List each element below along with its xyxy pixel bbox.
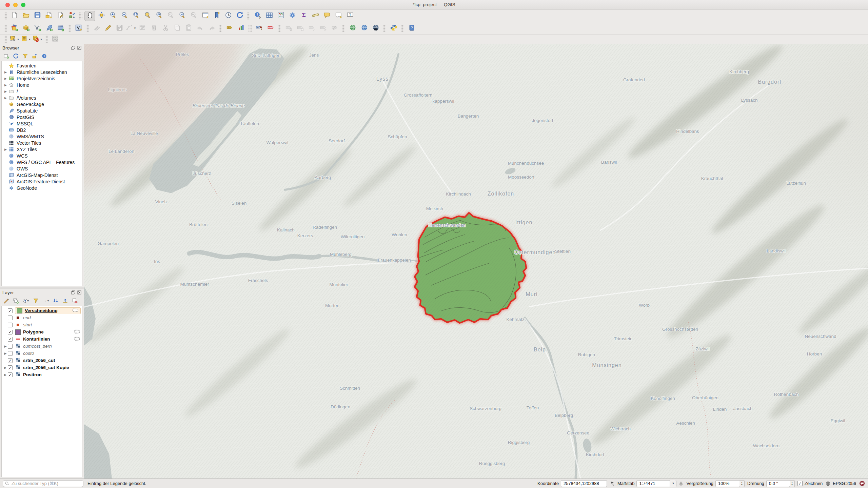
zoom-next-button[interactable] — [188, 11, 199, 21]
expand-arrow-icon[interactable]: ▶ — [3, 90, 8, 93]
browser-item-favoriten[interactable]: Favoriten — [2, 62, 82, 69]
add-group-button[interactable] — [13, 298, 19, 304]
expand-all-button[interactable] — [53, 298, 59, 304]
python-console-button[interactable] — [388, 23, 399, 34]
redo-button[interactable] — [206, 23, 217, 34]
new-annotation-button[interactable] — [333, 11, 344, 21]
layer-visibility-checkbox[interactable] — [8, 323, 13, 327]
zoom-to-selection-button[interactable] — [142, 11, 153, 21]
toolbar-grip[interactable] — [68, 25, 71, 32]
field-calculator-button[interactable] — [275, 11, 286, 21]
processing-toolbox-button[interactable] — [287, 11, 298, 21]
pan-to-selection-button[interactable] — [96, 11, 107, 21]
browser-item-geonode[interactable]: GeoNode — [2, 185, 82, 191]
layer-item-positron[interactable]: ▶✓Positron — [2, 371, 82, 378]
toolbar-grip[interactable] — [247, 12, 250, 20]
layer-item-srtm-2056-cut-kopie[interactable]: ▶✓srtm_2056_cut Kopie — [2, 364, 82, 371]
browser-item-geopackage[interactable]: GeoPackage — [2, 101, 82, 107]
layer-labeling-button[interactable]: abc — [224, 23, 235, 34]
browser-item-wcs[interactable]: WCS — [2, 152, 82, 159]
layer-symbol-raster[interactable] — [15, 371, 21, 378]
browser-float-icon[interactable] — [71, 46, 75, 50]
layer-item-verschneidung[interactable]: ✓Verschneidung — [2, 307, 82, 314]
messages-icon[interactable] — [859, 480, 865, 487]
raster-preview-button[interactable] — [50, 34, 61, 44]
expand-arrow-icon[interactable]: ▶ — [3, 148, 8, 151]
toolbar-grip[interactable] — [4, 12, 7, 20]
refresh-browser-button[interactable] — [13, 53, 19, 59]
browser-item-arcgis-map-dienst[interactable]: ArcGIS-Map-Dienst — [2, 172, 82, 178]
new-geopackage-layer-button[interactable] — [20, 23, 31, 34]
layer-item-polygone[interactable]: ✓Polygone — [2, 328, 82, 336]
filter-legend-button[interactable] — [33, 298, 39, 304]
zoom-in-button[interactable] — [107, 11, 118, 21]
toolbar-grip[interactable] — [249, 25, 252, 32]
memory-layer-indicator-icon[interactable] — [72, 308, 79, 314]
measure-line-button[interactable] — [310, 11, 321, 21]
save-project-button[interactable] — [32, 11, 43, 21]
help-button[interactable]: ? — [406, 23, 417, 34]
remove-layer-button[interactable] — [72, 298, 78, 304]
layer-float-icon[interactable] — [71, 290, 75, 295]
layer-visibility-checkbox[interactable] — [8, 316, 13, 320]
scale-combo[interactable]: 1:74471▼ — [636, 480, 676, 487]
browser-item-xyz-tiles[interactable]: ▶XYZ Tiles — [2, 146, 82, 152]
locator-search[interactable] — [3, 480, 83, 487]
layer-symbol-point[interactable] — [17, 317, 19, 319]
style-manager-button[interactable]: a — [66, 11, 77, 21]
browser-item-mssql[interactable]: MSSQL — [2, 120, 82, 127]
magnifier-field[interactable]: 100% — [715, 480, 740, 487]
expand-arrow-icon[interactable]: ▶ — [3, 345, 8, 348]
digitize-button[interactable]: ▼ — [125, 23, 136, 34]
layer-visibility-checkbox[interactable] — [8, 344, 13, 349]
layer-item-start[interactable]: start — [2, 321, 82, 328]
layer-symbol-fill[interactable] — [17, 308, 22, 313]
layer-symbol-fill[interactable] — [15, 329, 21, 335]
map-canvas[interactable]: PrêlesSutz-LattrigenJensLignièresBielers… — [84, 44, 868, 479]
mouse-position-icon[interactable] — [609, 481, 615, 486]
layer-symbol-raster[interactable] — [15, 343, 21, 349]
magnifier-spinner[interactable]: ▲▼ — [739, 480, 745, 487]
layer-symbol-raster[interactable] — [15, 357, 21, 364]
crs-globe-icon[interactable] — [825, 481, 831, 486]
open-attribute-table-button[interactable] — [264, 11, 275, 21]
expand-arrow-icon[interactable]: ▶ — [3, 366, 8, 369]
browser-item-ows[interactable]: OWS — [2, 165, 82, 172]
save-layer-edits-button[interactable] — [114, 23, 125, 34]
browser-item-postgis[interactable]: PostGIS — [2, 114, 82, 120]
browser-close-icon[interactable] — [77, 46, 81, 50]
label-gray-5-button[interactable]: abc — [329, 23, 340, 34]
properties-button[interactable]: i — [41, 53, 47, 59]
copy-features-button[interactable] — [172, 23, 182, 34]
undo-button[interactable] — [195, 23, 205, 34]
layer-visibility-checkbox[interactable]: ✓ — [8, 358, 13, 363]
label-gray-2-button[interactable]: abc — [295, 23, 305, 34]
browser-item-arcgis-feature-dienst[interactable]: ArcGIS-Feature-Dienst — [2, 178, 82, 185]
expand-arrow-icon[interactable]: ▶ — [3, 96, 8, 100]
new-memory-layer-button[interactable] — [73, 23, 84, 34]
manage-visibility-button[interactable]: ▼ — [22, 298, 29, 304]
new-print-layout-button[interactable] — [43, 11, 54, 21]
pan-map-button[interactable] — [84, 11, 95, 21]
text-annotation-button[interactable]: T — [344, 11, 355, 21]
identify-features-button[interactable]: i — [252, 11, 263, 21]
layer-visibility-checkbox[interactable]: ✓ — [8, 308, 13, 313]
new-virtual-layer-button[interactable] — [55, 23, 66, 34]
memory-layer-indicator-icon[interactable] — [73, 329, 81, 335]
current-edits-button[interactable] — [91, 23, 102, 34]
toolbar-grip[interactable] — [278, 25, 281, 32]
zoom-out-button[interactable] — [119, 11, 130, 21]
layer-item-cumcost-bern[interactable]: ▶cumcost_bern — [2, 343, 82, 350]
collapse-all-layers-button[interactable] — [62, 298, 68, 304]
coordinate-field[interactable]: 2578434,1202988 — [561, 480, 607, 487]
toolbar-grip[interactable] — [342, 25, 345, 32]
filter-browser-button[interactable] — [22, 53, 28, 59]
refresh-button[interactable] — [234, 11, 245, 21]
osm-place-search-button[interactable] — [370, 23, 381, 34]
layer-item-konturlinien[interactable]: ✓Konturlinien — [2, 336, 82, 343]
layer-symbol-point[interactable] — [17, 324, 19, 326]
select-by-value-button[interactable]: ▼ — [20, 34, 31, 44]
rotation-spinner[interactable]: ▲▼ — [790, 480, 795, 487]
pin-labels-button[interactable]: ab — [254, 23, 264, 34]
search-input[interactable] — [11, 481, 81, 486]
